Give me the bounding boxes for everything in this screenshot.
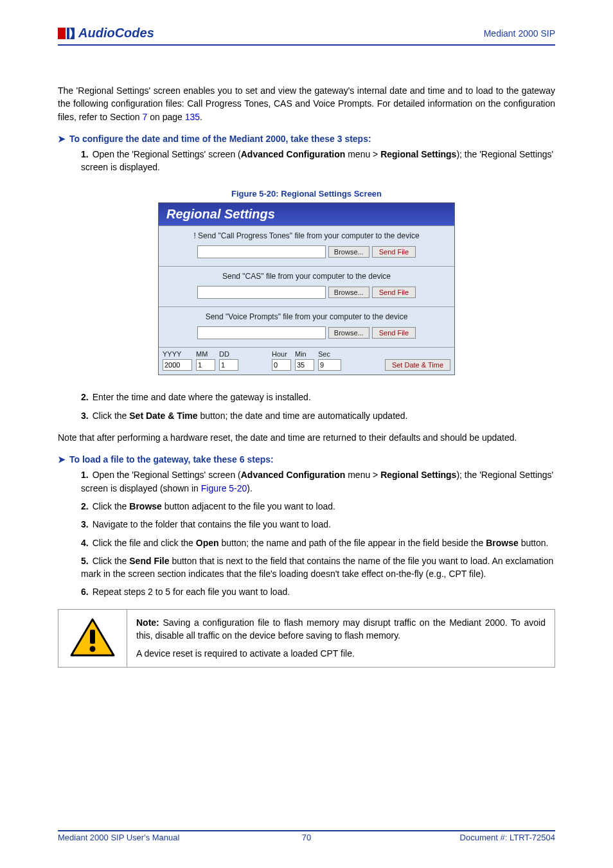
warning-icon xyxy=(70,618,115,658)
sec-label: Sec xyxy=(318,350,341,358)
link-page-135[interactable]: 135 xyxy=(185,112,200,122)
cas-upload-section: Send "CAS" file from your computer to th… xyxy=(159,266,454,306)
cpt-send-button[interactable]: Send File xyxy=(372,246,416,258)
cas-label: Send "CAS" file from your computer to th… xyxy=(165,272,448,281)
link-figure-5-20[interactable]: Figure 5-20 xyxy=(201,483,247,493)
cas-file-input[interactable] xyxy=(197,286,326,299)
mm-input[interactable] xyxy=(196,359,215,371)
vp-file-input[interactable] xyxy=(197,326,326,339)
cpt-browse-button[interactable]: Browse... xyxy=(328,246,369,258)
text: To configure the date and time of the Me… xyxy=(69,134,371,144)
arrow-icon: ➤ xyxy=(58,454,66,465)
proc2-step2: 2.Click the Browse button adjacent to th… xyxy=(81,500,555,513)
header-rule xyxy=(58,44,555,46)
hour-label: Hour xyxy=(272,350,291,358)
vp-label: Send "Voice Prompts" file from your comp… xyxy=(165,312,448,321)
proc2-step1: 1.Open the 'Regional Settings' screen (A… xyxy=(81,468,555,495)
logo-text: AudioCodes xyxy=(78,26,154,40)
proc2-step4: 4.Click the file and click the Open butt… xyxy=(81,536,555,549)
proc2-step6: 6.Repeat steps 2 to 5 for each file you … xyxy=(81,585,555,598)
dd-input[interactable] xyxy=(219,359,238,371)
product-name: Mediant 2000 SIP xyxy=(484,28,555,39)
footer-right: Document #: LTRT-72504 xyxy=(460,833,555,842)
screenshot-title: Regional Settings xyxy=(159,203,454,226)
warning-box: Note: Saving a configuration file to fla… xyxy=(58,609,555,668)
logo: AudioCodes xyxy=(58,26,154,40)
footer-left: Mediant 2000 SIP User's Manual xyxy=(58,833,179,842)
regional-settings-screenshot: Regional Settings ! Send "Call Progress … xyxy=(158,202,455,375)
yyyy-label: YYYY xyxy=(163,350,192,358)
note-paragraph: Note that after performing a hardware re… xyxy=(58,431,555,444)
proc2-step3: 3.Navigate to the folder that contains t… xyxy=(81,518,555,531)
yyyy-input[interactable] xyxy=(163,359,192,371)
hour-input[interactable] xyxy=(272,359,291,371)
proc1-step1: 1.Open the 'Regional Settings' screen (A… xyxy=(81,148,555,174)
text: The 'Regional Settings' screen enables y… xyxy=(58,85,555,122)
audiocodes-logo-icon xyxy=(58,26,76,40)
svg-rect-0 xyxy=(58,28,66,39)
svg-rect-2 xyxy=(90,630,95,644)
vp-send-button[interactable]: Send File xyxy=(372,327,416,339)
text: . xyxy=(200,112,202,122)
dd-label: DD xyxy=(219,350,238,358)
text: To load a file to the gateway, take thes… xyxy=(69,454,274,465)
sec-input[interactable] xyxy=(318,359,341,371)
warning-p2: A device reset is required to activate a… xyxy=(136,647,546,660)
proc1-step3: 3.Click the Set Date & Time button; the … xyxy=(81,409,555,422)
proc1-step2: 2.Enter the time and date where the gate… xyxy=(81,391,555,403)
min-input[interactable] xyxy=(295,359,314,371)
cpt-label: ! Send "Call Progress Tones" file from y… xyxy=(165,231,448,240)
page-footer: Mediant 2000 SIP User's Manual 70 Docume… xyxy=(58,830,555,842)
datetime-section: YYYY MM DD Hour Min Sec Set Date & Time xyxy=(159,347,454,375)
arrow-icon: ➤ xyxy=(58,134,66,144)
procedure-2-title: ➤To load a file to the gateway, take the… xyxy=(58,454,555,465)
text: on page xyxy=(147,112,184,122)
min-label: Min xyxy=(295,350,314,358)
mm-label: MM xyxy=(196,350,215,358)
svg-point-3 xyxy=(90,646,96,652)
procedure-1-title: ➤To configure the date and time of the M… xyxy=(58,134,555,144)
proc2-step5: 5.Click the Send File button that is nex… xyxy=(81,554,555,581)
cpt-file-input[interactable] xyxy=(197,245,326,258)
vp-upload-section: Send "Voice Prompts" file from your comp… xyxy=(159,306,454,347)
cas-send-button[interactable]: Send File xyxy=(372,287,416,298)
cas-browse-button[interactable]: Browse... xyxy=(328,287,369,298)
figure-caption: Figure 5-20: Regional Settings Screen xyxy=(58,189,555,199)
set-datetime-button[interactable]: Set Date & Time xyxy=(385,359,450,371)
warning-p1: Note: Saving a configuration file to fla… xyxy=(136,616,546,642)
intro-paragraph: The 'Regional Settings' screen enables y… xyxy=(58,84,555,123)
footer-page-number: 70 xyxy=(302,833,311,842)
vp-browse-button[interactable]: Browse... xyxy=(328,327,369,339)
cpt-upload-section: ! Send "Call Progress Tones" file from y… xyxy=(159,226,454,266)
